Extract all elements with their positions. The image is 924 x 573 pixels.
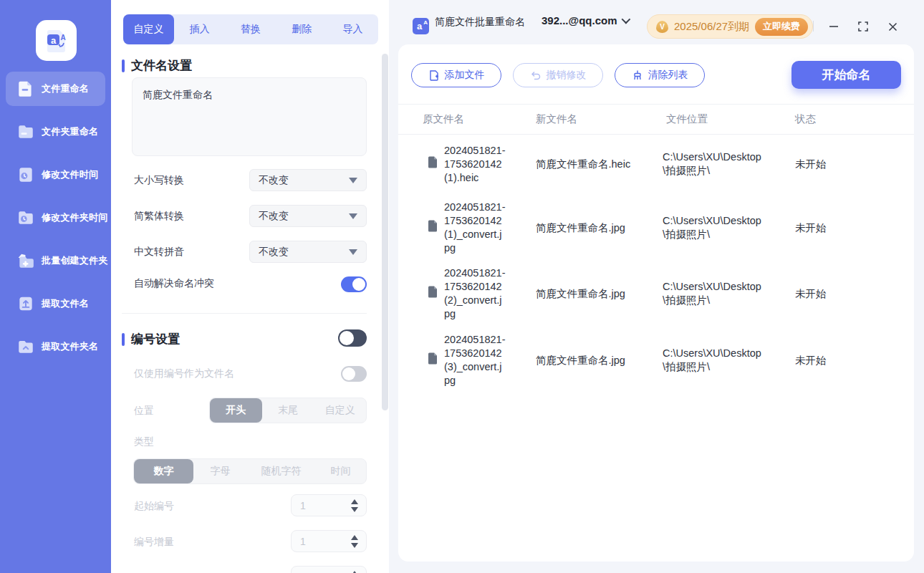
sidebar-item-extract-foldername[interactable]: 提取文件夹名 bbox=[6, 329, 105, 364]
stepper-arrows[interactable] bbox=[351, 535, 358, 548]
original-filename: 2024051821-1753620142(1).heic bbox=[444, 144, 506, 185]
start-number-label: 起始编号 bbox=[134, 500, 174, 513]
license-expiry: 2025/06/27到期 bbox=[674, 20, 749, 34]
step-down-icon[interactable] bbox=[351, 543, 358, 548]
tab-insert[interactable]: 插入 bbox=[174, 14, 225, 44]
sidebar-item-extract-filename[interactable]: 提取文件名 bbox=[6, 286, 105, 321]
step-up-icon[interactable] bbox=[351, 499, 358, 504]
pinyin-convert-label: 中文转拼音 bbox=[134, 246, 184, 259]
increment-input[interactable]: 1 bbox=[291, 530, 367, 552]
minimize-icon bbox=[828, 21, 839, 32]
type-option-random[interactable]: 随机字符 bbox=[247, 459, 315, 483]
traditional-convert-select[interactable]: 不改变 bbox=[249, 205, 367, 227]
start-rename-button[interactable]: 开始命名 bbox=[791, 61, 901, 89]
step-down-icon[interactable] bbox=[351, 507, 358, 512]
file-icon bbox=[428, 220, 438, 236]
sidebar-item-file-time[interactable]: 修改文件时间 bbox=[6, 158, 105, 192]
numbering-toggle[interactable] bbox=[338, 329, 367, 347]
table-row[interactable]: 2024051821-1753620142(3)_convert.jpg 简鹿文… bbox=[398, 327, 914, 393]
svg-text:a: a bbox=[50, 34, 56, 45]
sidebar-item-file-rename[interactable]: 文件重命名 bbox=[6, 72, 105, 106]
account-menu[interactable]: 392...@qq.com bbox=[542, 14, 628, 27]
tab-replace[interactable]: 替换 bbox=[225, 14, 276, 44]
conflict-row: 自动解决命名冲突 bbox=[134, 277, 367, 290]
folder-time-icon bbox=[16, 208, 35, 228]
undo-icon bbox=[530, 69, 542, 81]
numbering-section-header: 编号设置 bbox=[122, 331, 180, 347]
case-convert-label: 大小写转换 bbox=[134, 174, 184, 187]
filename-input[interactable]: 简鹿文件重命名 bbox=[132, 77, 367, 156]
tab-delete[interactable]: 删除 bbox=[276, 14, 327, 44]
sidebar-item-batch-create-folder[interactable]: 批量创建文件夹 bbox=[6, 244, 105, 278]
col-location: 文件位置 bbox=[666, 112, 708, 126]
add-files-button[interactable]: 添加文件 bbox=[411, 63, 501, 87]
file-icon bbox=[428, 352, 438, 368]
table-header: 原文件名 新文件名 文件位置 状态 bbox=[398, 104, 914, 134]
original-filename: 2024051821-1753620142(1)_convert.jpg bbox=[444, 201, 506, 255]
sidebar-item-folder-time[interactable]: 修改文件夹时间 bbox=[6, 201, 105, 235]
table-row[interactable]: 2024051821-1753620142(1)_convert.jpg 简鹿文… bbox=[398, 194, 914, 261]
clear-list-label: 清除列表 bbox=[648, 69, 688, 82]
increment-value: 1 bbox=[300, 536, 306, 547]
titlebar: aA 简鹿文件批量重命名 392...@qq.com V 2025/06/27到… bbox=[389, 0, 924, 44]
tab-custom[interactable]: 自定义 bbox=[123, 14, 174, 44]
position-option-start[interactable]: 开头 bbox=[210, 398, 262, 423]
digits-input-clipped[interactable] bbox=[291, 566, 367, 573]
case-convert-value: 不改变 bbox=[259, 174, 289, 187]
only-number-label: 仅使用编号作为文件名 bbox=[134, 367, 234, 380]
traditional-convert-value: 不改变 bbox=[259, 210, 289, 223]
undo-button[interactable]: 撤销修改 bbox=[513, 63, 603, 87]
numbering-section-title: 编号设置 bbox=[131, 331, 180, 347]
new-filename: 简鹿文件重命名.jpg bbox=[536, 287, 625, 301]
sidebar-nav: 文件重命名 文件夹重命名 修改文件时间 修改文件夹时间 批量创建文件夹 bbox=[0, 72, 111, 372]
file-icon bbox=[428, 156, 438, 172]
table-row[interactable]: 2024051821-1753620142(1).heic 简鹿文件重命名.he… bbox=[398, 134, 914, 194]
sidebar-item-folder-rename[interactable]: 文件夹重命名 bbox=[6, 115, 105, 149]
renew-button[interactable]: 立即续费 bbox=[755, 18, 808, 36]
case-convert-select[interactable]: 不改变 bbox=[249, 169, 367, 191]
extract-folder-icon bbox=[16, 337, 35, 357]
svg-text:A: A bbox=[60, 34, 65, 42]
app-icon-letter-small: A bbox=[423, 19, 428, 26]
step-up-icon[interactable] bbox=[351, 535, 358, 540]
settings-panel: 自定义 插入 替换 删除 导入 文件名设置 简鹿文件重命名 大小写转换 不改变 … bbox=[111, 0, 389, 573]
section-accent-bar bbox=[122, 59, 125, 72]
table-row[interactable]: 2024051821-1753620142(2)_convert.jpg 简鹿文… bbox=[398, 261, 914, 327]
sidebar-item-label: 提取文件夹名 bbox=[42, 340, 98, 353]
add-file-icon bbox=[428, 69, 440, 81]
chevron-down-icon bbox=[621, 15, 630, 24]
license-badge: V 2025/06/27到期 立即续费 bbox=[647, 14, 813, 39]
extract-file-icon bbox=[16, 294, 35, 314]
add-files-label: 添加文件 bbox=[445, 69, 485, 82]
position-option-custom[interactable]: 自定义 bbox=[314, 398, 366, 423]
maximize-icon bbox=[857, 21, 869, 32]
broom-icon bbox=[632, 69, 643, 81]
maximize-button[interactable] bbox=[857, 20, 870, 33]
sidebar-item-label: 提取文件名 bbox=[42, 297, 89, 310]
filename-section-title: 文件名设置 bbox=[131, 57, 192, 74]
sidebar-item-label: 文件重命名 bbox=[42, 82, 89, 95]
position-option-end[interactable]: 末尾 bbox=[262, 398, 314, 423]
original-filename: 2024051821-1753620142(3)_convert.jpg bbox=[444, 333, 506, 387]
start-number-input[interactable]: 1 bbox=[291, 494, 367, 516]
close-button[interactable] bbox=[886, 20, 899, 33]
stepper-arrows[interactable] bbox=[351, 499, 358, 512]
minimize-button[interactable] bbox=[827, 20, 840, 33]
pinyin-convert-select[interactable]: 不改变 bbox=[249, 241, 367, 263]
new-filename: 简鹿文件重命名.heic bbox=[536, 158, 630, 171]
file-rename-icon bbox=[16, 80, 35, 99]
status-text: 未开始 bbox=[795, 221, 827, 234]
only-number-toggle[interactable] bbox=[341, 366, 367, 382]
increment-label: 编号增量 bbox=[134, 536, 174, 549]
close-icon bbox=[887, 21, 898, 32]
settings-scrollbar[interactable] bbox=[382, 54, 388, 410]
type-option-time[interactable]: 时间 bbox=[315, 459, 366, 483]
tab-import[interactable]: 导入 bbox=[327, 14, 378, 44]
type-option-letter[interactable]: 字母 bbox=[193, 459, 247, 483]
folder-rename-icon bbox=[16, 122, 35, 142]
conflict-toggle[interactable] bbox=[341, 276, 367, 292]
file-location: C:\Users\XU\Desktop\拍摄照片\ bbox=[663, 347, 770, 374]
conflict-label: 自动解决命名冲突 bbox=[134, 277, 214, 290]
clear-list-button[interactable]: 清除列表 bbox=[615, 63, 705, 87]
type-option-number[interactable]: 数字 bbox=[134, 459, 193, 483]
